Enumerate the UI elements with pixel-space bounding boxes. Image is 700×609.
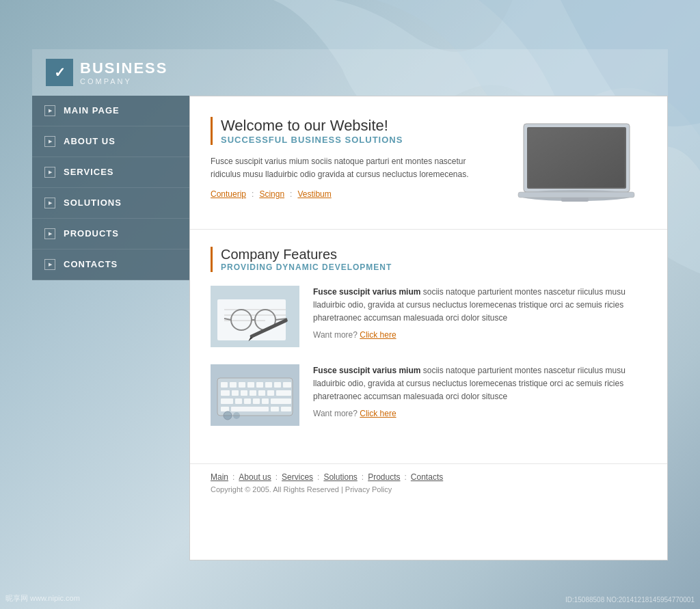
laptop-image <box>510 117 647 215</box>
sidebar-item-contacts[interactable]: CONTACTS <box>32 249 189 280</box>
watermark-left: 昵享网 www.nipic.com <box>5 593 80 604</box>
want-more-2: Want more? Click here <box>313 409 647 418</box>
svg-rect-41 <box>271 398 291 404</box>
footer-link-main[interactable]: Main <box>211 472 228 482</box>
svg-rect-5 <box>518 192 634 198</box>
welcome-link-2[interactable]: Scingn <box>259 189 284 199</box>
nav-arrow-icon <box>44 105 55 116</box>
svg-rect-45 <box>281 407 291 411</box>
welcome-subtitle: SUCCESSFUL BUSINESS SOLUTIONS <box>221 135 496 145</box>
svg-rect-22 <box>230 382 237 388</box>
sidebar-item-products[interactable]: PRODUCTS <box>32 219 189 249</box>
welcome-heading: Welcome to our Website! SUCCESSFUL BUSIN… <box>211 117 496 145</box>
nav-arrow-icon <box>44 228 55 239</box>
nav-arrow-icon <box>44 259 55 270</box>
sidebar-item-solutions[interactable]: SOLUTIONS <box>32 188 189 219</box>
svg-point-47 <box>233 412 240 419</box>
footer-nav: Main : About us : Services : Solutions :… <box>211 472 647 482</box>
footer-link-services[interactable]: Services <box>282 472 313 482</box>
outer-wrapper: ✓ BUSINESS COMPANY MAIN PAGE ABOUT US <box>0 0 700 609</box>
footer-link-products[interactable]: Products <box>368 472 400 482</box>
feature-content-1: Fusce suscipit varius mium sociis natoqu… <box>313 286 647 340</box>
sidebar-item-about-us[interactable]: ABOUT US <box>32 126 189 157</box>
feature-text-1: Fusce suscipit varius mium sociis natoqu… <box>313 286 647 325</box>
welcome-link-3[interactable]: Vestibum <box>297 189 331 199</box>
content-area: Welcome to our Website! SUCCESSFUL BUSIN… <box>189 96 668 560</box>
svg-rect-35 <box>276 390 291 396</box>
sidebar-item-services[interactable]: SERVICES <box>32 157 189 188</box>
feature-item-2: Fusce suscipit varius mium sociis natoqu… <box>211 364 647 426</box>
features-section: Company Features PROVIDING DYNAMIC DEVEL… <box>190 230 667 463</box>
logo-icon: ✓ <box>46 59 73 86</box>
features-heading: Company Features PROVIDING DYNAMIC DEVEL… <box>211 247 647 272</box>
click-here-link-1[interactable]: Click here <box>360 330 396 340</box>
welcome-section: Welcome to our Website! SUCCESSFUL BUSIN… <box>190 96 667 230</box>
svg-rect-28 <box>283 382 291 388</box>
features-title: Company Features <box>221 247 647 262</box>
feature-content-2: Fusce suscipit varius mium sociis natoqu… <box>313 364 647 419</box>
svg-rect-25 <box>256 382 263 388</box>
nav-label-main-page: MAIN PAGE <box>64 105 120 116</box>
welcome-title: Welcome to our Website! <box>221 117 496 135</box>
svg-rect-6 <box>561 198 589 202</box>
svg-rect-38 <box>244 398 251 404</box>
feature-thumb-1 <box>211 286 299 347</box>
svg-rect-26 <box>265 382 272 388</box>
nav-label-solutions: SOLUTIONS <box>64 198 122 208</box>
welcome-links: Contuerip : Scingn : Vestibum <box>211 189 496 199</box>
svg-rect-31 <box>241 390 247 396</box>
welcome-body: Fusce suscipit varius mium sociis natoqu… <box>211 155 496 181</box>
nav-arrow-icon <box>44 167 55 178</box>
want-more-label-1: Want more? <box>313 330 360 340</box>
svg-rect-30 <box>232 390 239 396</box>
nav-label-services: SERVICES <box>64 167 114 177</box>
nav-arrow-icon <box>44 136 55 147</box>
svg-rect-23 <box>239 382 245 388</box>
svg-rect-3 <box>528 128 625 187</box>
svg-rect-37 <box>235 398 242 404</box>
feature-bold-1: Fusce suscipit varius mium <box>313 287 420 297</box>
footer-link-about[interactable]: About us <box>239 472 271 482</box>
feature-thumb-2 <box>211 364 299 426</box>
sidebar-item-main-page[interactable]: MAIN PAGE <box>32 96 189 126</box>
svg-rect-42 <box>221 407 229 411</box>
svg-rect-34 <box>267 390 274 396</box>
logo-business: BUSINESS <box>80 59 167 77</box>
logo: ✓ BUSINESS COMPANY <box>46 59 167 86</box>
welcome-link-1[interactable]: Contuerip <box>211 189 246 199</box>
svg-rect-27 <box>274 382 281 388</box>
logo-text: BUSINESS COMPANY <box>80 59 167 85</box>
welcome-text: Welcome to our Website! SUCCESSFUL BUSIN… <box>211 117 496 199</box>
nav-label-products: PRODUCTS <box>64 228 119 239</box>
site-container: ✓ BUSINESS COMPANY MAIN PAGE ABOUT US <box>32 49 668 560</box>
svg-rect-43 <box>231 407 269 411</box>
svg-rect-33 <box>258 390 265 396</box>
footer-link-contacts[interactable]: Contacts <box>411 472 443 482</box>
feature-bold-2: Fusce suscipit varius mium <box>313 366 420 375</box>
feature-item-1: Fusce suscipit varius mium sociis natoqu… <box>211 286 647 347</box>
svg-rect-36 <box>221 398 233 404</box>
sidebar: MAIN PAGE ABOUT US SERVICES SOLUTIONS PR… <box>32 96 189 280</box>
features-subtitle: PROVIDING DYNAMIC DEVELOPMENT <box>221 262 647 272</box>
feature-text-2: Fusce suscipit varius mium sociis natoqu… <box>313 364 647 404</box>
footer-link-solutions[interactable]: Solutions <box>323 472 357 482</box>
main-layout: MAIN PAGE ABOUT US SERVICES SOLUTIONS PR… <box>32 96 668 560</box>
svg-rect-40 <box>262 398 269 404</box>
click-here-link-2[interactable]: Click here <box>360 409 396 418</box>
header: ✓ BUSINESS COMPANY <box>32 49 668 96</box>
watermark-right: ID:15088508 NO:20141218145954770001 <box>565 596 695 604</box>
nav-label-contacts: CONTACTS <box>64 259 118 269</box>
want-more-label-2: Want more? <box>313 409 360 418</box>
nav-arrow-icon <box>44 198 55 208</box>
nav-label-about-us: ABOUT US <box>64 136 116 146</box>
svg-rect-32 <box>250 390 256 396</box>
svg-rect-21 <box>221 382 228 388</box>
logo-company: COMPANY <box>80 77 167 85</box>
footer-copyright: Copyright © 2005. All Rights Reserved | … <box>211 485 647 493</box>
footer-links: Main : About us : Services : Solutions :… <box>190 463 667 499</box>
want-more-1: Want more? Click here <box>313 330 647 340</box>
svg-rect-24 <box>247 382 254 388</box>
svg-rect-44 <box>271 407 279 411</box>
svg-point-46 <box>224 411 232 420</box>
svg-rect-39 <box>253 398 260 404</box>
